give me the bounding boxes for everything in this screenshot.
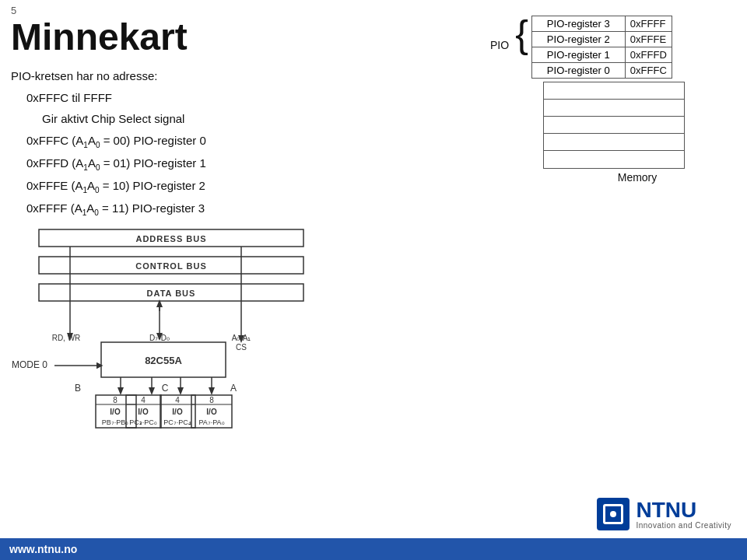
svg-text:A₀-A₁: A₀-A₁: [232, 334, 251, 342]
reg-name-1: PIO-register 1: [531, 47, 625, 63]
table-row: PIO-register 3 0xFFFF: [531, 16, 672, 32]
svg-text:8: 8: [113, 396, 117, 404]
svg-marker-28: [209, 387, 215, 395]
memory-extra-rows: [543, 82, 685, 169]
svg-text:DATA BUS: DATA BUS: [147, 289, 196, 298]
ntnu-sub: Innovation and Creativity: [636, 521, 731, 530]
svg-text:A: A: [230, 383, 237, 394]
page-title: Minnekart: [11, 16, 188, 58]
svg-text:C: C: [162, 383, 169, 394]
mem-row: [544, 82, 684, 100]
reg-name-2: PIO-register 2: [531, 32, 625, 47]
mem-row: [544, 151, 684, 168]
memory-map-diagram: PIO { PIO-register 3 0xFFFF PIO-register…: [490, 16, 731, 184]
table-row: PIO-register 1 0xFFFD: [531, 47, 672, 63]
svg-text:4: 4: [175, 396, 180, 404]
addr-3: 0xFFFF: [625, 16, 672, 32]
svg-text:CONTROL BUS: CONTROL BUS: [135, 261, 206, 271]
line-1: 0xFFFC til FFFF: [26, 88, 206, 108]
ntnu-icon-dot: [610, 511, 616, 517]
line-2: Gir aktivt Chip Select signal: [42, 109, 206, 129]
svg-text:ADDRESS BUS: ADDRESS BUS: [135, 234, 206, 243]
svg-marker-24: [149, 387, 155, 395]
addr-2: 0xFFFE: [625, 32, 672, 47]
line-3: 0xFFFC (A1A0 = 00) PIO-register 0: [26, 131, 206, 152]
memory-label: Memory: [543, 171, 731, 184]
svg-marker-22: [117, 387, 124, 395]
line-6: 0xFFFF (A1A0 = 11) PIO-register 3: [26, 198, 206, 219]
addr-0: 0xFFFC: [625, 63, 672, 79]
ntnu-name: NTNU: [636, 499, 731, 521]
svg-text:CS: CS: [236, 343, 247, 352]
table-row: PIO-register 0 0xFFFC: [531, 63, 672, 79]
svg-text:I/O: I/O: [206, 408, 217, 416]
svg-marker-26: [177, 387, 184, 395]
footer-url: www.ntnu.no: [9, 543, 77, 555]
svg-text:MODE 0: MODE 0: [12, 359, 47, 370]
mem-row: [544, 100, 684, 117]
reg-name-0: PIO-register 0: [531, 63, 625, 79]
bottom-bar: www.ntnu.no: [0, 538, 747, 560]
svg-text:I/O: I/O: [110, 408, 121, 416]
body-text: PIO-kretsen har no adresse: 0xFFFC til F…: [11, 66, 206, 221]
mem-row: [544, 134, 684, 151]
svg-text:8: 8: [209, 396, 214, 404]
slide-number: 5: [11, 5, 16, 16]
mem-row: [544, 117, 684, 134]
svg-text:4: 4: [141, 396, 146, 404]
line-0: PIO-kretsen har no adresse:: [11, 66, 206, 86]
svg-text:PC₇·PC₄: PC₇·PC₄: [163, 418, 191, 426]
svg-text:PB₇·PB₀: PB₇·PB₀: [102, 418, 129, 426]
ntnu-icon: [597, 498, 630, 530]
reg-name-3: PIO-register 3: [531, 16, 625, 32]
svg-text:PC₃·PC₀: PC₃·PC₀: [129, 418, 157, 426]
line-4: 0xFFFD (A1A0 = 01) PIO-register 1: [26, 153, 206, 174]
line-5: 0xFFFE (A1A0 = 10) PIO-register 2: [26, 176, 206, 197]
svg-text:RD, WR: RD, WR: [52, 334, 81, 342]
svg-text:D₇-D₀: D₇-D₀: [149, 334, 170, 342]
svg-text:I/O: I/O: [138, 408, 149, 416]
svg-text:B: B: [75, 383, 81, 394]
svg-text:82C55A: 82C55A: [145, 355, 182, 366]
ntnu-text-block: NTNU Innovation and Creativity: [636, 499, 731, 530]
pio-brace: {: [515, 17, 528, 52]
table-row: PIO-register 2 0xFFFE: [531, 32, 672, 47]
svg-text:PA₇·PA₀: PA₇·PA₀: [198, 418, 224, 426]
memory-table: PIO-register 3 0xFFFF PIO-register 2 0xF…: [531, 16, 672, 79]
ntnu-logo: NTNU Innovation and Creativity: [597, 498, 731, 530]
svg-text:I/O: I/O: [172, 408, 183, 416]
addr-1: 0xFFFD: [625, 47, 672, 63]
pio-label: PIO: [490, 39, 509, 51]
ntnu-icon-inner: [603, 504, 623, 524]
bus-diagram-svg: ADDRESS BUS CONTROL BUS DATA BUS 82C55A …: [8, 226, 459, 467]
